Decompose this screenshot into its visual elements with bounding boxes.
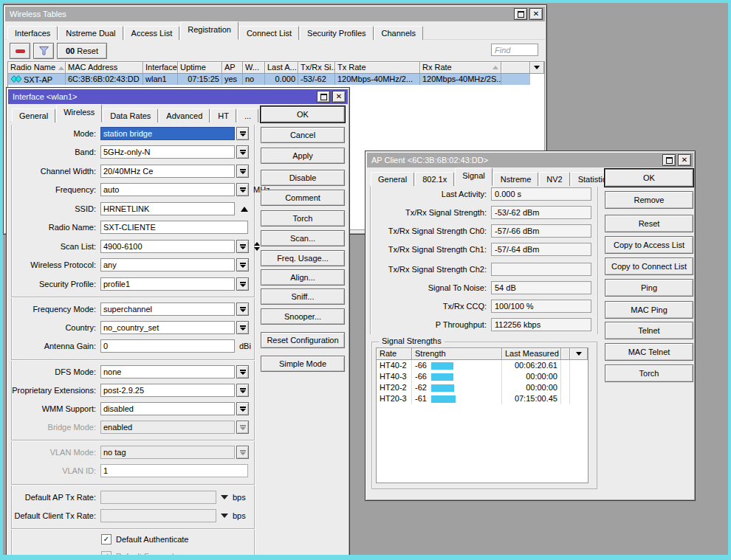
combo-dropdown-icon[interactable] bbox=[236, 384, 249, 397]
copy-to-connect-list-button[interactable]: Copy to Connect List bbox=[605, 257, 693, 275]
maximize-button[interactable] bbox=[317, 91, 330, 103]
tab-wireless[interactable]: Wireless bbox=[56, 104, 102, 122]
disable-button[interactable]: Disable bbox=[261, 170, 345, 186]
add-remove-spinner-icon[interactable] bbox=[254, 242, 260, 251]
tab-connect-list[interactable]: Connect List bbox=[239, 26, 299, 40]
column-header-radio-name[interactable]: Radio Name bbox=[8, 62, 66, 74]
tab-data-rates[interactable]: Data Rates bbox=[103, 108, 158, 122]
tab-general[interactable]: General bbox=[371, 172, 414, 186]
chevron-down-icon[interactable] bbox=[221, 514, 228, 518]
tab-more[interactable]: ... bbox=[237, 108, 258, 122]
maximize-button[interactable] bbox=[514, 8, 527, 20]
channel-width-combo-value[interactable]: 20/40MHz Ce bbox=[100, 165, 235, 178]
tab-nv2[interactable]: NV2 bbox=[539, 172, 569, 186]
column-header-mac-address[interactable]: MAC Address bbox=[66, 62, 143, 74]
close-button[interactable]: ✕ bbox=[332, 91, 346, 103]
combo-dropdown-icon[interactable] bbox=[236, 240, 249, 253]
combo-dropdown-icon[interactable] bbox=[236, 365, 249, 378]
security-profile-combo-value[interactable]: profile1 bbox=[100, 277, 235, 291]
table-row[interactable]: SXT-AP 6C:3B:6B:02:43:DD wlan1 07:15:25 … bbox=[8, 74, 530, 85]
tab-security-profiles[interactable]: Security Profiles bbox=[300, 26, 373, 40]
chevron-down-icon[interactable] bbox=[221, 495, 228, 499]
default-authenticate-checkbox[interactable] bbox=[101, 534, 111, 545]
column-header-w[interactable]: W... bbox=[243, 62, 265, 74]
copy-to-access-list-button[interactable]: Copy to Access List bbox=[605, 236, 693, 254]
combo-dropdown-icon[interactable] bbox=[236, 145, 249, 159]
wireless-protocol-combo-value[interactable]: any bbox=[100, 258, 235, 272]
scan-button[interactable]: Scan... bbox=[261, 230, 345, 246]
close-button[interactable]: ✕ bbox=[678, 154, 691, 166]
column-header-last-a[interactable]: Last A... bbox=[265, 62, 298, 74]
tab-ht[interactable]: HT bbox=[210, 108, 236, 122]
column-header-rx-rate[interactable]: Rx Rate bbox=[420, 62, 501, 74]
country-combo-value[interactable]: no_country_set bbox=[100, 321, 235, 334]
frequency-combo-value[interactable]: auto bbox=[100, 183, 235, 196]
combo-dropdown-icon[interactable] bbox=[236, 277, 249, 291]
collapse-up-icon[interactable] bbox=[241, 207, 248, 212]
column-header-ap[interactable]: AP bbox=[222, 62, 243, 74]
column-chooser-button[interactable] bbox=[570, 348, 588, 360]
combo-dropdown-icon[interactable] bbox=[236, 402, 249, 415]
mode-combo-value[interactable]: station bridge bbox=[100, 127, 235, 140]
tab-registration[interactable]: Registration bbox=[180, 21, 238, 40]
column-header-txrx-si[interactable]: Tx/Rx Si... bbox=[298, 62, 335, 74]
band-combo-value[interactable]: 5GHz-only-N bbox=[100, 145, 235, 159]
tab-signal[interactable]: Signal bbox=[455, 167, 493, 186]
combo-dropdown-icon[interactable] bbox=[236, 258, 249, 272]
scan-list-combo-value[interactable]: 4900-6100 bbox=[100, 240, 235, 253]
remove-entry-button[interactable] bbox=[10, 43, 30, 59]
ssid-input[interactable]: HRNETLINK bbox=[100, 202, 235, 215]
proprietary-extensions-combo-value[interactable]: post-2.9.25 bbox=[100, 384, 235, 397]
torch-button[interactable]: Torch bbox=[261, 210, 345, 227]
tab-nstreme-dual[interactable]: Nstreme Dual bbox=[58, 26, 123, 40]
sniff-button[interactable]: Sniff... bbox=[261, 288, 345, 305]
column-header-uptime[interactable]: Uptime bbox=[178, 62, 222, 74]
tab-interfaces[interactable]: Interfaces bbox=[7, 26, 58, 40]
tab-advanced[interactable]: Advanced bbox=[159, 108, 210, 122]
align-button[interactable]: Align... bbox=[261, 269, 345, 286]
wmm-support-combo-value[interactable]: disabled bbox=[100, 402, 235, 415]
combo-dropdown-icon[interactable] bbox=[236, 303, 249, 316]
filter-button[interactable] bbox=[33, 43, 54, 59]
combo-dropdown-icon[interactable] bbox=[236, 127, 249, 140]
tab-channels[interactable]: Channels bbox=[374, 26, 423, 40]
freq-usage-button[interactable]: Freq. Usage... bbox=[261, 250, 345, 266]
column-header-rate[interactable]: Rate bbox=[377, 348, 412, 360]
frequency-mode-combo-value[interactable]: superchannel bbox=[100, 303, 235, 316]
column-header-last-measured[interactable]: Last Measured bbox=[502, 348, 561, 360]
maximize-button[interactable] bbox=[662, 154, 676, 166]
signal-row[interactable]: HT20-2 -62 00:00:00 bbox=[377, 382, 588, 393]
close-button[interactable]: ✕ bbox=[529, 8, 543, 20]
column-chooser-button[interactable] bbox=[530, 62, 544, 74]
column-header-tx-rate[interactable]: Tx Rate bbox=[335, 62, 420, 74]
tab-access-list[interactable]: Access List bbox=[124, 26, 180, 40]
antenna-gain-input[interactable]: 0 bbox=[100, 339, 235, 353]
interface-dialog-titlebar[interactable]: Interface <wlan1> ✕ bbox=[8, 89, 348, 104]
find-input[interactable] bbox=[491, 44, 538, 56]
combo-dropdown-icon[interactable] bbox=[236, 183, 249, 196]
snooper-button[interactable]: Snooper... bbox=[261, 308, 345, 325]
mac-telnet-button[interactable]: MAC Telnet bbox=[605, 343, 693, 361]
tab-general[interactable]: General bbox=[12, 108, 55, 122]
comment-button[interactable]: Comment bbox=[261, 190, 345, 206]
combo-dropdown-icon[interactable] bbox=[236, 321, 249, 334]
tab-8021x[interactable]: 802.1x bbox=[415, 172, 454, 186]
remove-button[interactable]: Remove bbox=[605, 191, 693, 209]
apply-button[interactable]: Apply bbox=[261, 148, 345, 164]
ping-button[interactable]: Ping bbox=[605, 279, 693, 297]
column-header-interface[interactable]: Interface bbox=[143, 62, 178, 74]
cancel-button[interactable]: Cancel bbox=[261, 127, 345, 143]
tab-nstreme[interactable]: Nstreme bbox=[493, 172, 539, 186]
ok-button[interactable]: OK bbox=[605, 169, 693, 187]
reset-button[interactable]: 00 Reset bbox=[57, 43, 107, 59]
simple-mode-button[interactable]: Simple Mode bbox=[261, 356, 345, 372]
wireless-tables-titlebar[interactable]: Wireless Tables ✕ bbox=[5, 7, 545, 21]
telnet-button[interactable]: Telnet bbox=[605, 322, 693, 339]
dfs-mode-combo-value[interactable]: none bbox=[100, 365, 235, 378]
reset-configuration-button[interactable]: Reset Configuration bbox=[261, 332, 345, 348]
combo-dropdown-icon[interactable] bbox=[236, 165, 249, 178]
mac-ping-button[interactable]: MAC Ping bbox=[605, 301, 693, 319]
signal-row[interactable]: HT40-2 -66 00:06:20.61 bbox=[377, 360, 588, 371]
signal-row[interactable]: HT40-3 -66 00:00:00 bbox=[377, 371, 588, 382]
torch-button[interactable]: Torch bbox=[605, 364, 693, 382]
